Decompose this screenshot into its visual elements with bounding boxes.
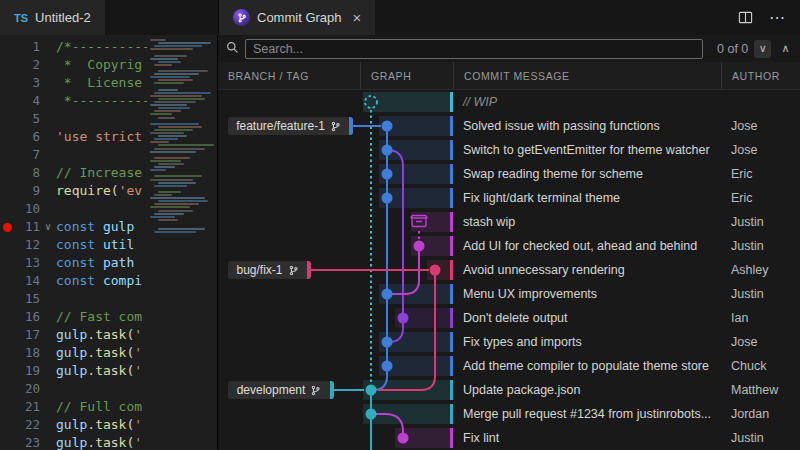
breakpoint-gutter[interactable] xyxy=(0,344,14,362)
fold-icon[interactable] xyxy=(40,56,56,74)
branch-label-development[interactable]: development xyxy=(228,381,334,399)
breakpoint-gutter[interactable] xyxy=(0,398,14,416)
fold-icon[interactable] xyxy=(40,200,56,218)
row-tint xyxy=(363,380,453,400)
fold-icon[interactable] xyxy=(40,290,56,308)
fold-icon[interactable]: ∨ xyxy=(40,218,56,236)
fold-icon[interactable] xyxy=(40,236,56,254)
breakpoint-gutter[interactable] xyxy=(0,146,14,164)
commit-row[interactable]: Don't delete outputIan xyxy=(218,306,800,330)
code-text: * License xyxy=(56,74,152,92)
breakpoint-gutter[interactable] xyxy=(0,254,14,272)
commit-graph-panel: 0 of 0 ∨ ∧ BRANCH / TAG GRAPH COMMIT MES… xyxy=(218,35,800,450)
commit-row[interactable]: feature/feature-1Solved issue with passi… xyxy=(218,114,800,138)
tab-untitled-2[interactable]: TS Untitled-2 xyxy=(0,0,105,35)
fold-icon[interactable] xyxy=(40,416,56,434)
tab-commit-graph[interactable]: Commit Graph × xyxy=(219,0,375,35)
breakpoint-gutter[interactable] xyxy=(0,38,14,56)
breakpoint-gutter[interactable] xyxy=(0,218,14,236)
commit-row[interactable]: Swap reading theme for schemeEric xyxy=(218,162,800,186)
breakpoint-gutter[interactable] xyxy=(0,416,14,434)
column-author[interactable]: AUTHOR xyxy=(721,62,800,89)
commit-author: Ashley xyxy=(721,263,800,277)
commit-row[interactable]: Add UI for checked out, ahead and behind… xyxy=(218,234,800,258)
commit-row[interactable]: Switch to getEventEmitter for theme watc… xyxy=(218,138,800,162)
column-commit-message[interactable]: COMMIT MESSAGE xyxy=(453,62,721,89)
breakpoint-gutter[interactable] xyxy=(0,290,14,308)
breakpoint-gutter[interactable] xyxy=(0,362,14,380)
fold-icon[interactable] xyxy=(40,38,56,56)
breakpoint-gutter[interactable] xyxy=(0,128,14,146)
fold-icon[interactable] xyxy=(40,398,56,416)
breakpoint-gutter[interactable] xyxy=(0,434,14,450)
branch-label-bug-fix-1[interactable]: bug/fix-1 xyxy=(228,261,311,279)
commit-row[interactable]: Merge pull request #1234 from justinrobo… xyxy=(218,402,800,426)
minimap[interactable] xyxy=(147,35,217,450)
breakpoint-gutter[interactable] xyxy=(0,380,14,398)
fold-icon[interactable] xyxy=(40,110,56,128)
commit-row[interactable]: Fix light/dark terminal themeEric xyxy=(218,186,800,210)
commit-author: Justin xyxy=(721,239,800,253)
fold-icon[interactable] xyxy=(40,434,56,450)
fold-icon[interactable] xyxy=(40,272,56,290)
commit-message: Solved issue with passing functions xyxy=(453,119,721,133)
breakpoint-gutter[interactable] xyxy=(0,200,14,218)
commit-row[interactable]: Fix types and importsJose xyxy=(218,330,800,354)
fold-icon[interactable] xyxy=(40,380,56,398)
breakpoint-gutter[interactable] xyxy=(0,110,14,128)
fold-icon[interactable] xyxy=(40,308,56,326)
breakpoint-gutter[interactable] xyxy=(0,272,14,290)
commit-author: Chuck xyxy=(721,359,800,373)
search-result-count: 0 of 0 xyxy=(717,42,748,56)
fold-icon[interactable] xyxy=(40,164,56,182)
chevron-up-icon[interactable]: ∧ xyxy=(777,40,794,58)
breakpoint-icon[interactable] xyxy=(3,223,12,232)
branch-label-feature-feature-1[interactable]: feature/feature-1 xyxy=(228,117,353,135)
minimap-line xyxy=(158,89,178,91)
fold-icon[interactable] xyxy=(40,74,56,92)
breakpoint-gutter[interactable] xyxy=(0,74,14,92)
commit-row[interactable]: bug/fix-1Avoid unnecessary renderingAshl… xyxy=(218,258,800,282)
commit-row[interactable]: Fix lintJustin xyxy=(218,426,800,450)
breakpoint-gutter[interactable] xyxy=(0,56,14,74)
commit-row[interactable]: Add theme compiler to populate theme sto… xyxy=(218,354,800,378)
code-text xyxy=(56,290,152,308)
minimap-line xyxy=(158,135,187,137)
fold-icon[interactable] xyxy=(40,326,56,344)
search-input[interactable] xyxy=(245,39,703,59)
chevron-down-icon[interactable]: ∨ xyxy=(754,40,771,58)
line-number: 23 xyxy=(14,434,40,450)
fold-icon[interactable] xyxy=(40,182,56,200)
line-number: 17 xyxy=(14,326,40,344)
fold-icon[interactable] xyxy=(40,128,56,146)
breakpoint-gutter[interactable] xyxy=(0,182,14,200)
breakpoint-gutter[interactable] xyxy=(0,308,14,326)
line-number: 15 xyxy=(14,290,40,308)
fold-icon[interactable] xyxy=(40,362,56,380)
minimap-line xyxy=(150,58,178,60)
breakpoint-gutter[interactable] xyxy=(0,236,14,254)
fold-icon[interactable] xyxy=(40,344,56,362)
minimap-line xyxy=(154,64,172,66)
breakpoint-gutter[interactable] xyxy=(0,164,14,182)
line-number: 5 xyxy=(14,110,40,128)
close-icon[interactable]: × xyxy=(353,10,362,25)
code-text xyxy=(56,146,152,164)
commit-row[interactable]: // WIP xyxy=(218,90,800,114)
commit-row[interactable]: developmentUpdate package.jsonMatthew xyxy=(218,378,800,402)
column-branch-tag[interactable]: BRANCH / TAG xyxy=(218,62,360,89)
commit-row[interactable]: stash wipJustin xyxy=(218,210,800,234)
breakpoint-gutter[interactable] xyxy=(0,92,14,110)
split-editor-icon[interactable] xyxy=(738,10,753,25)
column-graph[interactable]: GRAPH xyxy=(360,62,453,89)
fold-icon[interactable] xyxy=(40,254,56,272)
commit-row[interactable]: Menu UX improvementsJustin xyxy=(218,282,800,306)
more-actions-icon[interactable]: ⋯ xyxy=(769,8,786,27)
minimap-line xyxy=(150,39,166,41)
line-number: 7 xyxy=(14,146,40,164)
breakpoint-gutter[interactable] xyxy=(0,326,14,344)
fold-icon[interactable] xyxy=(40,146,56,164)
code-editor[interactable]: 1/*-----------2 * Copyrig3 * License4 *-… xyxy=(0,35,218,450)
line-number: 14 xyxy=(14,272,40,290)
fold-icon[interactable] xyxy=(40,92,56,110)
